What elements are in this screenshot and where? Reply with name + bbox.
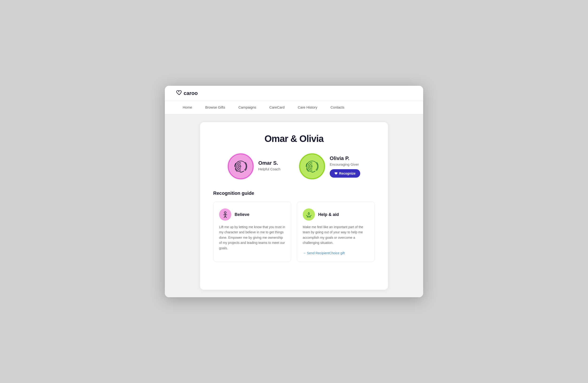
avatar-olivia (299, 154, 325, 179)
profile-olivia: Olivia P. Encouraging Giver Recognize (299, 154, 360, 179)
guide-cards: Believe Lift me up by letting me know th… (213, 202, 375, 262)
olivia-role: Encouraging Giver (330, 162, 360, 166)
logo: caroo (176, 90, 198, 97)
guide-card-believe-header: Believe (219, 208, 285, 221)
nav-item-browse-gifts[interactable]: Browse Gifts (199, 101, 232, 114)
profile-omar: Omar S. Helpful Coach (228, 154, 280, 179)
nav-item-carecard[interactable]: CareCard (263, 101, 291, 114)
send-recipient-choice-link[interactable]: → Send RecipientChoice gift (303, 251, 369, 255)
nav-item-campaigns[interactable]: Campaigns (232, 101, 263, 114)
recognize-label: Recognize (339, 172, 356, 175)
believe-icon (219, 208, 231, 221)
olivia-name: Olivia P. (330, 155, 360, 161)
help-aid-text: Make me feel like an important part of t… (303, 225, 369, 246)
help-aid-icon (303, 208, 315, 221)
svg-point-1 (312, 166, 313, 167)
logo-icon (176, 90, 182, 97)
logo-text: caroo (184, 90, 198, 96)
guide-card-help-aid: Help & aid Make me feel like an importan… (297, 202, 375, 262)
guide-card-believe: Believe Lift me up by letting me know th… (213, 202, 291, 262)
omar-role: Helpful Coach (258, 167, 280, 171)
send-link-text: Send RecipientChoice gift (307, 251, 345, 255)
nav-item-contacts[interactable]: Contacts (324, 101, 351, 114)
nav-item-care-history[interactable]: Care History (291, 101, 324, 114)
avatar-omar (228, 154, 254, 179)
guide-card-help-aid-header: Help & aid (303, 208, 369, 221)
recognition-guide: Recognition guide (213, 191, 375, 262)
svg-point-2 (224, 212, 226, 214)
believe-text: Lift me up by letting me know that you t… (219, 225, 285, 251)
nav-item-home[interactable]: Home (176, 101, 199, 114)
profiles-row: Omar S. Helpful Coach (213, 154, 375, 179)
recognize-button[interactable]: Recognize (330, 169, 360, 178)
help-aid-title: Help & aid (318, 212, 339, 217)
navigation: Home Browse Gifts Campaigns CareCard Car… (165, 101, 423, 115)
omar-name: Omar S. (258, 160, 280, 166)
omar-info: Omar S. Helpful Coach (258, 160, 280, 173)
browser-frame: caroo Home Browse Gifts Campaigns CareCa… (165, 86, 423, 297)
main-content: Omar & Olivia (165, 115, 423, 297)
header: caroo (165, 86, 423, 101)
content-card: Omar & Olivia (200, 122, 388, 290)
olivia-info: Olivia P. Encouraging Giver Recognize (330, 155, 360, 178)
believe-title: Believe (235, 212, 249, 217)
svg-line-5 (224, 216, 225, 218)
recognition-guide-title: Recognition guide (213, 191, 375, 196)
svg-point-0 (240, 166, 241, 167)
page-title: Omar & Olivia (213, 134, 375, 144)
svg-line-6 (225, 216, 226, 218)
